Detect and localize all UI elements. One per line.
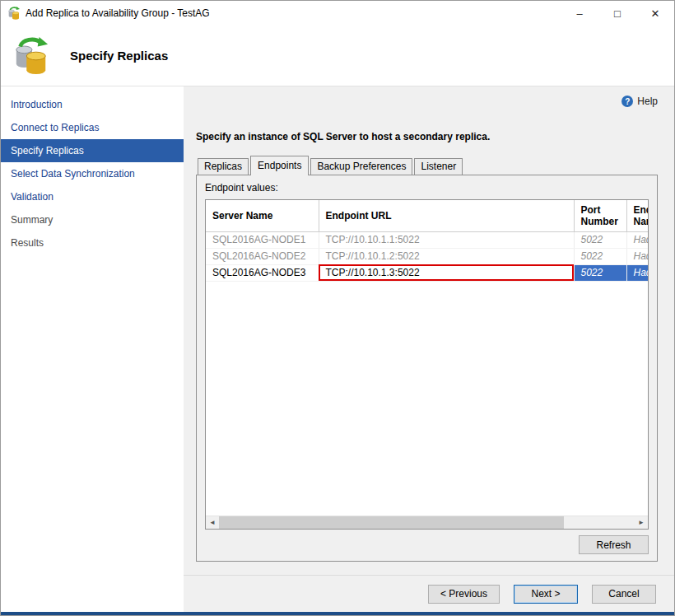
help-icon[interactable]: ?: [621, 96, 633, 107]
sidebar-item-results[interactable]: Results: [1, 231, 184, 254]
main-content: ? Help Specify an instance of SQL Server…: [184, 86, 674, 575]
cell-endpoint-name[interactable]: Hadr: [626, 248, 648, 264]
instruction-text: Specify an instance of SQL Server to hos…: [196, 131, 658, 142]
scroll-right-icon[interactable]: ►: [635, 516, 648, 529]
database-replica-icon: [7, 7, 21, 20]
grid-header-row: Server Name Endpoint URL Port Number End…: [206, 200, 648, 231]
window-bottom-accent: [1, 612, 674, 615]
sidebar-item-connect-to-replicas[interactable]: Connect to Replicas: [1, 116, 184, 139]
endpoint-values-label: Endpoint values:: [205, 182, 649, 194]
cell-server-name[interactable]: SQL2016AG-NODE1: [206, 231, 319, 248]
cell-port[interactable]: 5022: [574, 248, 626, 264]
cell-endpoint-url[interactable]: TCP://10.10.1.2:5022: [319, 248, 574, 264]
cell-endpoint-name-selected[interactable]: Hadr: [626, 264, 648, 281]
cell-endpoint-url[interactable]: TCP://10.10.1.1:5022: [319, 231, 574, 248]
cell-port[interactable]: 5022: [574, 231, 626, 248]
page-title: Specify Replicas: [70, 49, 168, 63]
previous-button[interactable]: < Previous: [428, 585, 500, 604]
column-endpoint-name[interactable]: End Nar: [626, 200, 648, 231]
sidebar-item-summary[interactable]: Summary: [1, 208, 184, 231]
scroll-left-icon[interactable]: ◄: [206, 516, 219, 529]
column-server-name[interactable]: Server Name: [206, 200, 319, 231]
tab-listener[interactable]: Listener: [414, 158, 463, 175]
main-column: ? Help Specify an instance of SQL Server…: [184, 86, 674, 612]
grid-row-node3[interactable]: SQL2016AG-NODE3 TCP://10.10.1.3:5022 502…: [206, 264, 648, 281]
refresh-button[interactable]: Refresh: [579, 535, 649, 554]
wizard-steps-sidebar: Introduction Connect to Replicas Specify…: [1, 86, 184, 612]
cell-endpoint-name[interactable]: Hadr: [626, 231, 648, 248]
cell-server-name[interactable]: SQL2016AG-NODE2: [206, 248, 319, 264]
help-link[interactable]: Help: [637, 96, 658, 107]
endpoint-grid-table: Server Name Endpoint URL Port Number End…: [206, 200, 648, 516]
scrollbar-track[interactable]: [564, 516, 635, 529]
sidebar-item-specify-replicas[interactable]: Specify Replicas: [1, 139, 184, 162]
window-controls: – □ ✕: [561, 1, 674, 26]
endpoints-tab-panel: Endpoint values: Server Name Endpoint UR…: [196, 175, 658, 562]
cancel-button[interactable]: Cancel: [592, 585, 656, 604]
grid-footer: Refresh: [205, 535, 649, 554]
horizontal-scrollbar[interactable]: ◄ ►: [206, 516, 648, 529]
cell-port-selected[interactable]: 5022: [574, 264, 626, 281]
tab-replicas[interactable]: Replicas: [198, 158, 249, 175]
database-replica-icon: [12, 37, 50, 75]
sidebar-item-validation[interactable]: Validation: [1, 185, 184, 208]
sidebar-item-select-data-synchronization[interactable]: Select Data Synchronization: [1, 162, 184, 185]
wizard-body: Introduction Connect to Replicas Specify…: [1, 86, 674, 612]
cell-server-name[interactable]: SQL2016AG-NODE3: [206, 264, 319, 281]
column-port-number[interactable]: Port Number: [574, 200, 626, 231]
sidebar-item-introduction[interactable]: Introduction: [1, 93, 184, 116]
column-endpoint-url[interactable]: Endpoint URL: [319, 200, 574, 231]
maximize-icon[interactable]: □: [598, 1, 636, 26]
tab-backup-preferences[interactable]: Backup Preferences: [310, 158, 412, 175]
wizard-footer: < Previous Next > Cancel: [184, 575, 674, 612]
title-bar: Add Replica to Availability Group - Test…: [1, 1, 674, 26]
grid-row-node1[interactable]: SQL2016AG-NODE1 TCP://10.10.1.1:5022 502…: [206, 231, 648, 248]
help-row: ? Help: [196, 93, 658, 110]
next-button[interactable]: Next >: [514, 585, 578, 604]
grid-row-node2[interactable]: SQL2016AG-NODE2 TCP://10.10.1.2:5022 502…: [206, 248, 648, 264]
endpoint-grid: Server Name Endpoint URL Port Number End…: [205, 199, 649, 530]
wizard-window: Add Replica to Availability Group - Test…: [0, 0, 675, 616]
window-title: Add Replica to Availability Group - Test…: [26, 7, 561, 19]
scrollbar-thumb[interactable]: [219, 516, 564, 529]
tab-strip: Replicas Endpoints Backup Preferences Li…: [196, 156, 658, 175]
minimize-icon[interactable]: –: [561, 1, 598, 26]
cell-endpoint-url-highlighted[interactable]: TCP://10.10.1.3:5022: [319, 264, 574, 281]
close-icon[interactable]: ✕: [636, 1, 674, 26]
tab-endpoints[interactable]: Endpoints: [250, 156, 309, 175]
wizard-header: Specify Replicas: [1, 26, 674, 86]
